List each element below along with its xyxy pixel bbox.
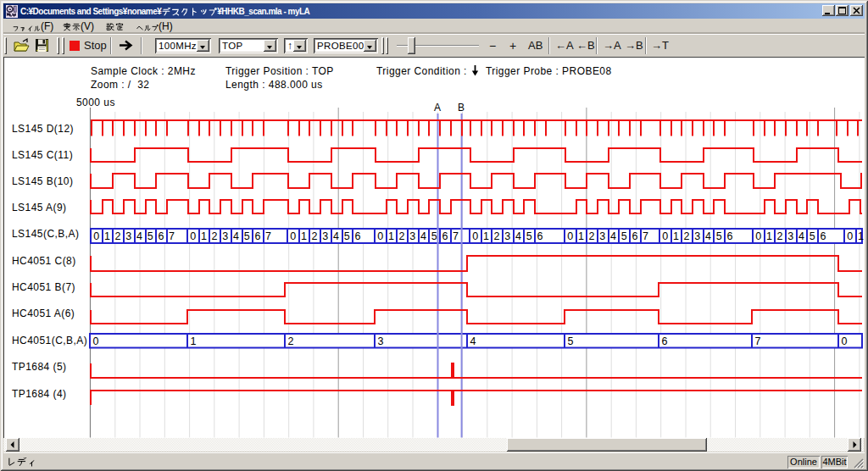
- svg-text:4: 4: [705, 230, 711, 242]
- svg-text:6: 6: [632, 230, 637, 242]
- svg-text:4: 4: [470, 335, 476, 347]
- svg-text:4: 4: [233, 230, 239, 242]
- svg-text:4: 4: [610, 230, 616, 242]
- svg-text:0: 0: [847, 230, 853, 242]
- svg-text:3: 3: [599, 230, 605, 242]
- svg-text:1: 1: [483, 230, 489, 242]
- svg-text:1: 1: [201, 230, 207, 242]
- svg-text:4: 4: [798, 230, 804, 242]
- svg-text:6: 6: [354, 230, 360, 242]
- svg-text:5: 5: [621, 230, 627, 242]
- svg-text:2: 2: [288, 335, 294, 347]
- svg-text:3: 3: [322, 230, 328, 242]
- svg-text:4: 4: [515, 230, 521, 242]
- svg-text:3: 3: [787, 230, 793, 242]
- svg-text:3: 3: [125, 230, 131, 242]
- svg-text:5: 5: [810, 230, 815, 242]
- svg-text:3: 3: [409, 230, 415, 242]
- svg-text:1: 1: [578, 230, 584, 242]
- svg-text:5: 5: [344, 230, 350, 242]
- svg-text:0: 0: [567, 230, 573, 242]
- svg-text:2: 2: [399, 230, 405, 242]
- svg-text:0: 0: [377, 230, 383, 242]
- svg-text:5: 5: [568, 335, 574, 347]
- svg-text:2: 2: [494, 230, 500, 242]
- svg-text:6: 6: [662, 335, 668, 347]
- svg-text:0: 0: [290, 230, 296, 242]
- svg-text:2: 2: [589, 230, 595, 242]
- svg-text:3: 3: [504, 230, 510, 242]
- svg-text:0: 0: [93, 230, 99, 242]
- svg-text:2: 2: [115, 230, 121, 242]
- svg-text:0: 0: [472, 230, 478, 242]
- svg-text:6: 6: [537, 230, 542, 242]
- svg-text:7: 7: [265, 230, 271, 242]
- svg-text:1: 1: [766, 230, 772, 242]
- svg-text:5: 5: [716, 230, 722, 242]
- svg-text:6: 6: [254, 230, 260, 242]
- svg-text:1: 1: [858, 230, 864, 242]
- svg-text:2: 2: [212, 230, 218, 242]
- svg-text:6: 6: [820, 230, 826, 242]
- svg-text:7: 7: [643, 230, 648, 242]
- svg-text:6: 6: [726, 230, 732, 242]
- svg-text:1: 1: [388, 230, 394, 242]
- svg-text:3: 3: [694, 230, 700, 242]
- svg-text:0: 0: [755, 230, 761, 242]
- svg-text:7: 7: [755, 335, 761, 347]
- svg-text:2: 2: [312, 230, 318, 242]
- svg-text:0: 0: [662, 230, 668, 242]
- svg-text:5: 5: [147, 230, 153, 242]
- svg-text:5: 5: [526, 230, 532, 242]
- svg-text:0: 0: [190, 230, 196, 242]
- svg-text:0: 0: [93, 335, 99, 347]
- svg-text:1: 1: [104, 230, 110, 242]
- svg-text:1: 1: [673, 230, 679, 242]
- svg-text:5: 5: [431, 230, 437, 242]
- svg-text:3: 3: [378, 335, 384, 347]
- svg-text:4: 4: [420, 230, 426, 242]
- svg-text:1: 1: [191, 335, 197, 347]
- svg-text:1: 1: [301, 230, 307, 242]
- svg-text:7: 7: [169, 230, 175, 242]
- svg-text:2: 2: [684, 230, 690, 242]
- svg-text:0: 0: [842, 335, 848, 347]
- svg-text:5: 5: [244, 230, 250, 242]
- svg-text:7: 7: [453, 230, 459, 242]
- svg-text:2: 2: [777, 230, 783, 242]
- svg-text:3: 3: [222, 230, 228, 242]
- svg-text:6: 6: [442, 230, 448, 242]
- svg-text:6: 6: [158, 230, 164, 242]
- svg-text:4: 4: [136, 230, 142, 242]
- svg-text:4: 4: [333, 230, 339, 242]
